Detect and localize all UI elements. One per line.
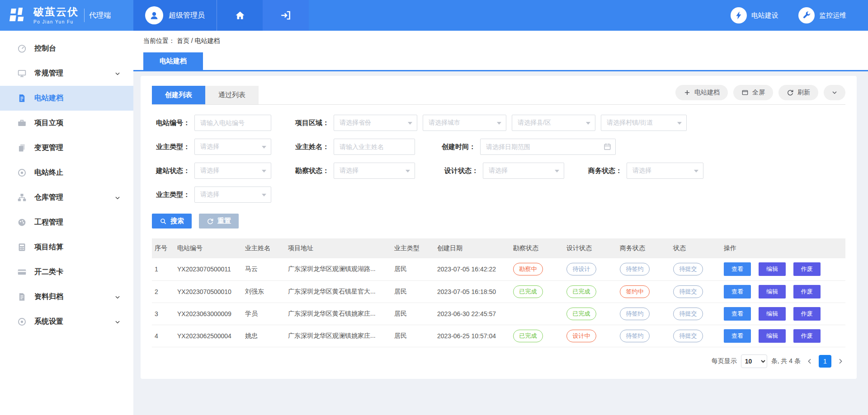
filter-form: 电站编号： 项目区域： 请选择省份 请选择城市 请选择县/区 请选择村镇/街道 (152, 105, 845, 228)
sidebar-item-class2-card[interactable]: 开二类卡 (0, 260, 133, 284)
design-status-select[interactable]: 请选择 (483, 163, 564, 179)
edit-button[interactable]: 编辑 (759, 329, 786, 343)
invalidate-button[interactable]: 作废 (793, 307, 821, 321)
invalidate-button[interactable]: 作废 (793, 262, 821, 276)
sidebar-item-data-archive[interactable]: 资料归档 (0, 284, 133, 309)
nav-station-build[interactable]: 电站建设 (731, 7, 778, 23)
logo-icon (8, 5, 29, 26)
reset-button[interactable]: 重置 (199, 214, 239, 228)
prev-page-button[interactable] (805, 356, 815, 366)
sidebar-item-general-mgmt[interactable]: 常规管理 (0, 61, 133, 86)
status-badge: 待提交 (673, 285, 703, 298)
fullscreen-button[interactable]: 全屏 (733, 85, 773, 100)
wrench-icon (802, 11, 811, 20)
town-select[interactable]: 请选择村镇/街道 (601, 115, 687, 131)
sitemap-icon (17, 193, 27, 202)
collapse-toolbar-button[interactable] (824, 85, 845, 100)
survey-status-badge: 勘察中 (513, 263, 543, 275)
user-menu[interactable]: 超级管理员 (133, 0, 217, 31)
sidebar-item-station-archive[interactable]: 电站建档 (0, 86, 133, 111)
tab-create-list[interactable]: 创建列表 (152, 86, 205, 104)
invalidate-button[interactable]: 作废 (793, 285, 821, 298)
district-select[interactable]: 请选择县/区 (512, 115, 595, 131)
refresh-button[interactable]: 刷新 (778, 85, 818, 100)
owner-name-label: 业主姓名： (291, 143, 329, 151)
page-number-button[interactable]: 1 (819, 355, 831, 368)
nav-monitor-ops[interactable]: 监控运维 (798, 7, 846, 23)
table-row: 2 YX2023070500010 刘强东 广东深圳龙华区黄石镇星官大... 居… (152, 280, 845, 303)
content-card: 创建列表 通过列表 电站建档 全屏 刷新 (141, 76, 857, 379)
add-station-button[interactable]: 电站建档 (675, 85, 728, 100)
total-count-label: 条, 共 4 条 (771, 357, 801, 365)
owner-type-select[interactable]: 请选择 (194, 139, 271, 155)
breadcrumb-path: 首页 / 电站建档 (177, 37, 220, 44)
per-page-select[interactable]: 10 (741, 354, 767, 368)
table-row: 1 YX2023070500011 马云 广东深圳龙华区观澜镇观湖路... 居民… (152, 258, 845, 280)
portal-label: 代理端 (89, 11, 111, 20)
sidebar-item-station-termination[interactable]: 电站终止 (0, 160, 133, 185)
status-badge: 待提交 (673, 308, 703, 320)
table-header-row: 序号 电站编号 业主姓名 项目地址 业主类型 创建日期 勘察状态 设计状态 商务… (152, 238, 845, 258)
build-status-select[interactable]: 请选择 (194, 163, 271, 179)
refresh-icon (787, 89, 794, 96)
gauge-icon (17, 44, 27, 53)
calculator-icon (17, 242, 27, 252)
bolt-icon (734, 10, 744, 20)
pagination: 每页显示 10 条, 共 4 条 1 (152, 354, 845, 368)
status-badge: 待提交 (673, 263, 703, 275)
view-button[interactable]: 查看 (724, 262, 751, 276)
card-toolbar: 电站建档 全屏 刷新 (675, 85, 845, 104)
brand-logo[interactable]: 破茧云伏 Po Jian Yun Fu 代理端 (0, 0, 133, 31)
reset-icon (207, 218, 214, 225)
fullscreen-icon (741, 89, 749, 96)
per-page-label: 每页显示 (712, 357, 737, 365)
sidebar-item-warehouse-mgmt[interactable]: 仓库管理 (0, 185, 133, 210)
sidebar-item-change-mgmt[interactable]: 变更管理 (0, 135, 133, 160)
caret-down-icon (586, 122, 590, 125)
view-button[interactable]: 查看 (724, 285, 751, 298)
owner-type2-label: 业主类型： (152, 191, 190, 199)
edit-button[interactable]: 编辑 (759, 285, 786, 298)
calendar-icon (603, 142, 612, 151)
survey-status-select[interactable]: 请选择 (334, 163, 415, 179)
owner-type2-select[interactable]: 请选择 (194, 187, 271, 203)
plus-icon (684, 89, 691, 96)
invalidate-button[interactable]: 作废 (793, 329, 821, 343)
view-button[interactable]: 查看 (724, 329, 751, 343)
city-select[interactable]: 请选择城市 (423, 115, 506, 131)
caret-down-icon (262, 146, 266, 149)
edit-button[interactable]: 编辑 (759, 307, 786, 321)
pages-icon (17, 143, 27, 153)
search-icon (160, 218, 167, 225)
home-button[interactable] (217, 0, 263, 31)
caret-down-icon (408, 122, 412, 125)
caret-down-icon (262, 194, 266, 196)
brand-divider (84, 9, 85, 22)
sidebar-item-engineering-mgmt[interactable]: 工程管理 (0, 210, 133, 235)
create-time-label: 创建时间： (438, 143, 476, 151)
survey-status-badge: 已完成 (513, 285, 543, 298)
sidebar-item-project-initiation[interactable]: 项目立项 (0, 111, 133, 135)
next-page-button[interactable] (835, 356, 845, 366)
tab-passed-list[interactable]: 通过列表 (205, 86, 259, 104)
monitor-icon (17, 69, 27, 78)
caret-down-icon (262, 170, 266, 173)
owner-name-input[interactable] (334, 139, 415, 155)
chevron-down-icon (831, 89, 838, 96)
avatar (145, 6, 163, 24)
view-button[interactable]: 查看 (724, 307, 751, 321)
station-no-input[interactable] (194, 115, 271, 131)
edit-button[interactable]: 编辑 (759, 262, 786, 276)
create-time-range-input[interactable] (480, 139, 616, 155)
sidebar-item-system-settings[interactable]: 系统设置 (0, 309, 133, 334)
sidebar-item-project-settlement[interactable]: 项目结算 (0, 235, 133, 260)
business-status-select[interactable]: 请选择 (627, 163, 703, 179)
caret-down-icon (677, 122, 682, 125)
sidebar-item-console[interactable]: 控制台 (0, 36, 133, 61)
sidebar: 控制台 常规管理 电站建档 项目立项 变更管理 电站终止 仓库管理 (0, 31, 133, 415)
search-button[interactable]: 搜索 (152, 214, 192, 228)
document-icon (17, 93, 27, 103)
logout-button[interactable] (263, 0, 309, 31)
tab-station-archive[interactable]: 电站建档 (143, 52, 203, 70)
province-select[interactable]: 请选择省份 (334, 115, 417, 131)
